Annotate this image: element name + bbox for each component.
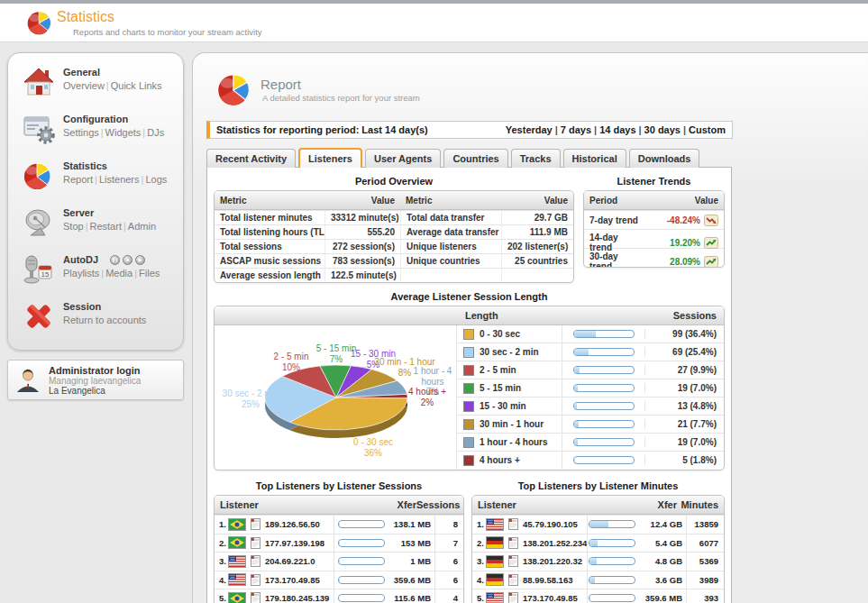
period-range-30-days[interactable]: 30 days	[644, 124, 681, 135]
xfer-bar-cell	[587, 553, 635, 571]
sidebar-link-logs[interactable]: Logs	[145, 174, 167, 185]
server-icon	[23, 207, 55, 238]
sidebar-link-playlists[interactable]: Playlists	[63, 268, 99, 279]
session-length-row: 15 - 30 min13 (4.8%)	[457, 397, 724, 415]
tab-downloads[interactable]: Downloads	[629, 149, 700, 168]
sidebar-item-general[interactable]: GeneralOverview|Quick Links	[8, 65, 183, 112]
period-range-yesterday[interactable]: Yesterday	[506, 124, 553, 135]
xfer-value: 359.6 MB	[388, 575, 434, 585]
sidebar-item-label: Configuration	[63, 114, 128, 124]
session-length-row: 0 - 30 sec99 (36.4%)	[457, 325, 724, 343]
sidebar-link-settings[interactable]: Settings	[63, 127, 99, 138]
autodj-skip-button[interactable]: ▶	[135, 255, 145, 265]
value-cell: 202 listener(s)	[501, 240, 573, 253]
period-range-14-days[interactable]: 14 days	[599, 124, 635, 135]
xfer-bar-cell	[333, 553, 388, 571]
color-swatch	[463, 365, 474, 376]
tab-countries[interactable]: Countries	[443, 149, 507, 168]
sidebar-item-session[interactable]: SessionReturn to accounts	[8, 299, 183, 346]
trend-period: 7-day trend	[584, 213, 648, 228]
session-length-row: 30 min - 1 hour21 (7.7%)	[457, 415, 724, 433]
session-length-text: 15 - 30 min	[480, 401, 526, 411]
period-range-7-days[interactable]: 7 days	[561, 124, 591, 135]
tab-recent-activity[interactable]: Recent Activity	[206, 149, 296, 168]
period-range-custom[interactable]: Custom	[689, 124, 726, 135]
separator: |	[84, 221, 90, 232]
xfer-bar-cell	[587, 571, 635, 589]
listener-row: 3.138.201.220.324.8 GB5369	[472, 552, 724, 571]
overview-row: Total listening hours (TLH)555.20Average…	[215, 224, 573, 239]
listener-ip: 45.79.190.105	[523, 519, 587, 529]
trend-up-icon	[704, 256, 718, 268]
metric-cell: ASCAP music sessions	[215, 254, 324, 268]
trend-value-text: -48.24%	[667, 215, 700, 225]
sidebar-link-overview[interactable]: Overview	[63, 80, 105, 91]
session-length-label: 0 - 30 sec	[457, 329, 562, 340]
tab-listeners[interactable]: Listeners	[298, 148, 362, 168]
listener-detail-icon[interactable]	[508, 592, 523, 603]
separator: |	[553, 124, 561, 135]
sidebar-item-statistics[interactable]: StatisticsReport|Listeners|Logs	[8, 159, 183, 206]
listener-row: 5.179.180.245.139115.6 MB4	[215, 589, 463, 603]
metric-cell: Unique listeners	[400, 240, 501, 253]
sidebar-item-text: StatisticsReport|Listeners|Logs	[63, 160, 167, 185]
listener-detail-icon[interactable]	[251, 537, 265, 549]
xfer-bar-cell	[587, 589, 635, 603]
xfer-value: 115.6 MB	[388, 593, 434, 603]
autodj-pause-button[interactable]: ❙❙	[110, 255, 120, 265]
autodj-stop-button[interactable]: ■	[123, 255, 132, 265]
listener-detail-icon[interactable]	[251, 574, 265, 586]
color-swatch	[463, 437, 474, 448]
xfer-bar	[589, 594, 635, 602]
metric-cell: Average data transfer	[400, 225, 501, 239]
pie-slice-label: 30 sec - 2 min25%	[223, 388, 279, 409]
session-length-bar-cell	[562, 361, 644, 379]
sidebar-link-djs[interactable]: DJs	[147, 127, 164, 138]
trend-value-text: 19.20%	[670, 238, 700, 248]
trend-value-text: 28.09%	[670, 257, 700, 267]
tab-tracks[interactable]: Tracks	[511, 149, 561, 168]
session-length-pie-chart: 0 - 30 sec36%30 sec - 2 min25%2 - 5 min1…	[215, 325, 457, 470]
sidebar-link-report[interactable]: Report	[63, 174, 93, 185]
pie-label-pct: 2%	[408, 397, 446, 407]
sessions-value: 99 (36.4%)	[644, 329, 724, 339]
sidebar-link-media[interactable]: Media	[105, 268, 132, 279]
sidebar-link-quick-links[interactable]: Quick Links	[111, 80, 162, 91]
listener-trends-table: PeriodValue 7-day trend-48.24%14-day tre…	[583, 190, 725, 268]
sidebar-item-title: AutoDJ❙❙■▶	[63, 254, 160, 265]
listener-rank: 2.	[472, 538, 487, 548]
column-header: Value	[324, 194, 400, 207]
listener-detail-icon[interactable]	[251, 518, 265, 530]
trend-up-icon	[704, 237, 718, 249]
sidebar-link-listeners[interactable]: Listeners	[99, 174, 140, 185]
listener-detail-icon[interactable]	[508, 537, 523, 549]
listener-detail-icon[interactable]	[508, 555, 523, 567]
separator: |	[132, 268, 139, 279]
sidebar-item-autodj[interactable]: 15AutoDJ❙❙■▶Playlists|Media|Files	[8, 252, 183, 299]
sidebar-link-stop[interactable]: Stop	[63, 221, 84, 232]
listener-detail-icon[interactable]	[508, 574, 523, 586]
color-swatch	[463, 329, 474, 340]
sidebar-item-server[interactable]: ServerStop|Restart|Admin	[8, 206, 183, 252]
sidebar-link-admin[interactable]: Admin	[128, 221, 156, 232]
xfer-bar-fill	[589, 521, 608, 527]
sidebar-link-restart[interactable]: Restart	[90, 221, 122, 232]
column-header: Period	[584, 193, 648, 208]
sidebar-item-configuration[interactable]: ConfigurationSettings|Widgets|DJs	[8, 112, 183, 159]
listener-trends-header: PeriodValue	[584, 191, 724, 210]
metric-cell	[400, 269, 501, 282]
tab-historical[interactable]: Historical	[563, 149, 626, 168]
xfer-bar	[338, 539, 385, 547]
color-swatch	[463, 401, 474, 412]
xfer-value: 153 MB	[388, 538, 434, 548]
sidebar-link-widgets[interactable]: Widgets	[105, 127, 142, 138]
listener-detail-icon[interactable]	[251, 592, 265, 603]
listener-detail-icon[interactable]	[251, 555, 265, 567]
column-header: Value	[648, 193, 724, 208]
session-length-row: 1 hour - 4 hours19 (7.0%)	[457, 433, 724, 451]
tab-user-agents[interactable]: User Agents	[365, 149, 441, 168]
progress-bar	[573, 366, 635, 374]
sidebar-link-files[interactable]: Files	[139, 268, 160, 279]
sidebar-link-return-to-accounts[interactable]: Return to accounts	[63, 315, 146, 325]
listener-detail-icon[interactable]	[508, 518, 523, 530]
